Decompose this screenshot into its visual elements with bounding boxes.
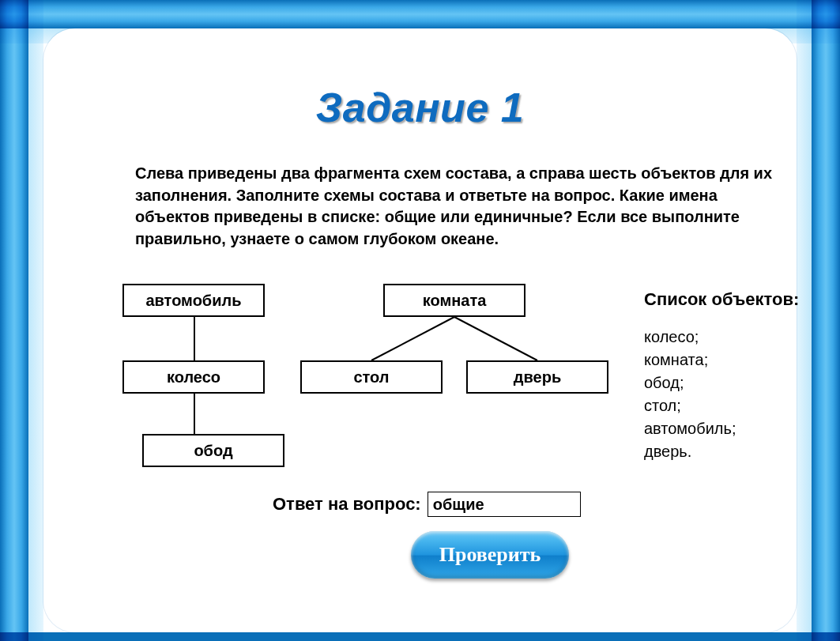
answer-label: Ответ на вопрос: bbox=[273, 494, 421, 515]
check-button[interactable]: Проверить bbox=[411, 531, 569, 579]
box-room[interactable]: комната bbox=[383, 284, 525, 317]
object-list-items: колесо; комната; обод; стол; автомобиль;… bbox=[644, 326, 834, 463]
box-door[interactable]: дверь bbox=[466, 360, 608, 394]
svg-line-1 bbox=[454, 317, 537, 360]
answer-row: Ответ на вопрос: bbox=[273, 492, 581, 517]
list-item: обод; bbox=[644, 371, 834, 394]
instructions-text: Слева приведены два фрагмента схем соста… bbox=[135, 163, 791, 250]
svg-line-0 bbox=[371, 317, 454, 360]
object-list-header: Список объектов: bbox=[644, 289, 834, 310]
connector-line bbox=[194, 317, 195, 360]
page-title: Задание 1 bbox=[43, 84, 797, 131]
box-automobile[interactable]: автомобиль bbox=[122, 284, 265, 317]
list-item: автомобиль; bbox=[644, 417, 834, 440]
connector-line bbox=[194, 394, 195, 434]
object-list: Список объектов: колесо; комната; обод; … bbox=[644, 289, 834, 463]
box-rim[interactable]: обод bbox=[142, 434, 284, 467]
list-item: колесо; bbox=[644, 326, 834, 349]
answer-input[interactable] bbox=[428, 492, 581, 517]
list-item: дверь. bbox=[644, 440, 834, 463]
exercise-card: Задание 1 Слева приведены два фрагмента … bbox=[43, 28, 797, 632]
box-wheel[interactable]: колесо bbox=[122, 360, 265, 394]
list-item: комната; bbox=[644, 349, 834, 371]
box-table[interactable]: стол bbox=[300, 360, 443, 394]
list-item: стол; bbox=[644, 394, 834, 417]
